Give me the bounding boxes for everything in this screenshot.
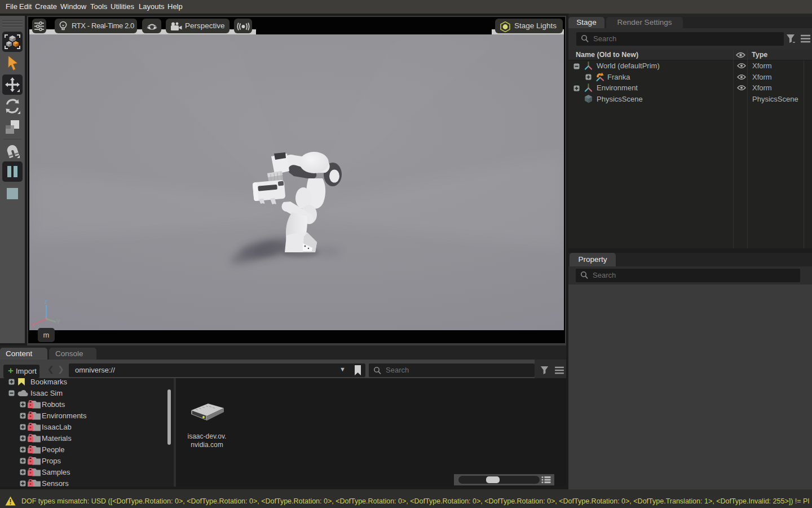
svg-text:Y: Y <box>56 319 60 325</box>
svg-text:z: z <box>45 299 47 305</box>
svg-text:X: X <box>30 322 34 329</box>
